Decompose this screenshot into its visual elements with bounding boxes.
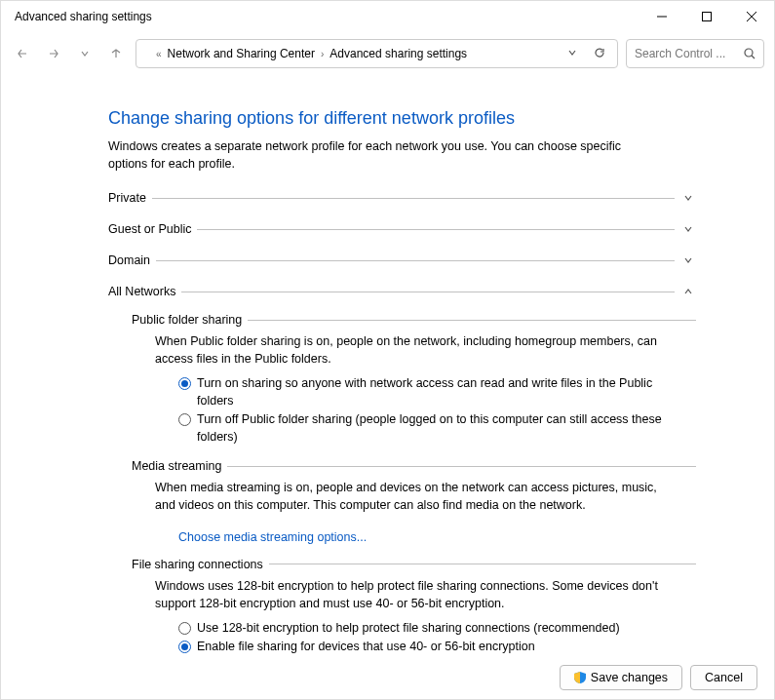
section-all-networks[interactable]: All Networks	[108, 284, 696, 299]
media-streaming-link[interactable]: Choose media streaming options...	[178, 530, 367, 544]
chevron-down-icon	[680, 190, 696, 206]
chevron-down-icon	[680, 253, 696, 268]
content: Change sharing options for different net…	[1, 75, 774, 656]
radio-icon	[178, 622, 191, 635]
svg-rect-1	[703, 13, 712, 21]
search-input[interactable]: Search Control ...	[626, 39, 764, 68]
close-button[interactable]	[729, 1, 774, 32]
breadcrumb-dropdown[interactable]	[562, 47, 582, 60]
breadcrumb[interactable]: « Network and Sharing Center › Advanced …	[136, 39, 618, 68]
chevron-up-icon	[680, 284, 696, 299]
public-folder-description: When Public folder sharing is on, people…	[155, 332, 662, 368]
toolbar: « Network and Sharing Center › Advanced …	[1, 32, 774, 75]
forward-button[interactable]	[42, 42, 65, 65]
radio-icon	[178, 413, 191, 426]
shield-icon	[574, 672, 586, 683]
svg-point-4	[745, 49, 753, 57]
chevron-down-icon	[680, 221, 696, 237]
breadcrumb-item[interactable]: Advanced sharing settings	[329, 47, 467, 60]
back-button[interactable]	[11, 42, 34, 65]
section-guest-public[interactable]: Guest or Public	[108, 221, 696, 237]
chevron-right-icon: ›	[321, 49, 324, 59]
radio-pfs-off[interactable]: Turn off Public folder sharing (people l…	[178, 411, 666, 446]
recent-dropdown[interactable]	[73, 42, 97, 65]
radio-icon	[178, 641, 191, 653]
file-sharing-description: Windows uses 128-bit encryption to help …	[155, 577, 662, 612]
subsection-public-folder: Public folder sharing	[132, 313, 696, 327]
refresh-button[interactable]	[590, 47, 609, 61]
section-private[interactable]: Private	[108, 190, 696, 206]
breadcrumb-back-icon: «	[156, 49, 162, 59]
minimize-button[interactable]	[639, 1, 684, 32]
search-placeholder: Search Control ...	[635, 47, 738, 60]
page-description: Windows creates a separate network profi…	[108, 138, 654, 173]
footer: Save changes Cancel	[560, 665, 757, 690]
search-icon	[744, 48, 756, 59]
breadcrumb-item[interactable]: Network and Sharing Center	[168, 47, 315, 60]
radio-enc-4056[interactable]: Enable file sharing for devices that use…	[178, 639, 666, 656]
radio-pfs-on[interactable]: Turn on sharing so anyone with network a…	[178, 375, 666, 409]
radio-enc-128[interactable]: Use 128-bit encryption to help protect f…	[178, 620, 666, 638]
window-title: Advanced sharing settings	[15, 10, 152, 23]
titlebar: Advanced sharing settings	[1, 1, 774, 32]
page-title: Change sharing options for different net…	[108, 108, 696, 129]
media-streaming-description: When media streaming is on, people and d…	[155, 479, 662, 514]
subsection-media-streaming: Media streaming	[132, 459, 696, 473]
up-button[interactable]	[104, 42, 128, 65]
section-domain[interactable]: Domain	[108, 253, 696, 268]
svg-line-5	[752, 56, 755, 58]
save-changes-button[interactable]: Save changes	[560, 665, 682, 690]
maximize-button[interactable]	[684, 1, 729, 32]
cancel-button[interactable]: Cancel	[690, 665, 757, 690]
radio-icon	[178, 377, 191, 390]
subsection-file-sharing: File sharing connections	[132, 558, 696, 571]
